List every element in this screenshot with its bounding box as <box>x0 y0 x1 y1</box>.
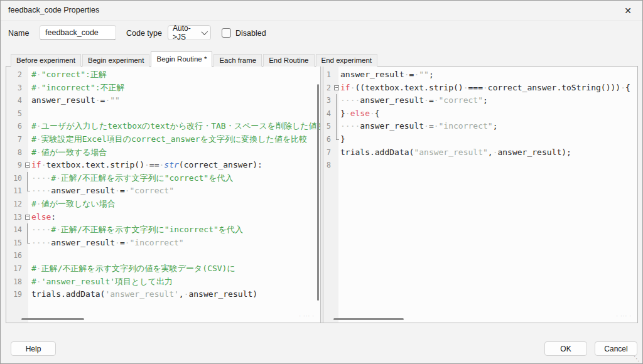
code-line[interactable]: 1answer_result·=·""; <box>323 68 637 82</box>
fold-gutter <box>24 133 31 146</box>
line-number: 14 <box>6 223 24 237</box>
code-line[interactable]: 5 <box>6 107 320 120</box>
code-line[interactable]: 6} <box>323 133 637 146</box>
code-line[interactable]: 9if·textbox.text.strip()·==·str(correct_… <box>6 159 320 172</box>
title-bar: feedback_code Properties ✕ <box>1 1 642 21</box>
dialog-window: feedback_code Properties ✕ Name Code typ… <box>0 0 643 364</box>
line-number: 16 <box>6 249 24 262</box>
code-text: }·else·{ <box>340 107 380 120</box>
code-text: #·正解/不正解を示す文字列の値を実験データ(CSV)に <box>31 262 235 276</box>
code-line[interactable]: 5····answer_result·=·"incorrect"; <box>323 120 637 133</box>
code-line[interactable]: 7#·実験設定用Excel項目のcorrect_answerを文字列に変換した値… <box>6 133 320 146</box>
fold-collapse-icon[interactable] <box>24 211 31 224</box>
ok-button[interactable]: OK <box>544 341 587 356</box>
fold-gutter <box>24 249 31 262</box>
code-line[interactable]: 4answer_result·=·"" <box>6 94 320 107</box>
code-text: #·'answer_result'項目として出力 <box>31 276 173 289</box>
fold-gutter <box>333 133 340 146</box>
line-number: 11 <box>6 185 24 198</box>
code-line[interactable]: 6#·ユーザが入力したtextboxのtextから改行・TAB・スペースを削除し… <box>6 120 320 133</box>
fold-gutter <box>24 237 31 250</box>
scrollbar-dots-icon <box>616 313 632 319</box>
code-text: else: <box>31 211 56 224</box>
tab-end-routine[interactable]: End Routine <box>263 54 314 67</box>
code-line[interactable]: 16 <box>6 249 320 262</box>
tab-bar: Before experimentBegin experimentBegin R… <box>11 52 379 67</box>
left-editor[interactable]: 2#·"correct":正解3#·"incorrect":不正解4answer… <box>6 67 320 323</box>
line-number: 7 <box>323 146 333 159</box>
code-line[interactable]: 19trials.addData('answer_result',·answer… <box>6 288 320 301</box>
line-number: 2 <box>323 82 333 95</box>
fold-gutter <box>333 68 340 82</box>
code-line[interactable]: 13else: <box>6 211 320 224</box>
code-line[interactable]: 3#·"incorrect":不正解 <box>6 82 320 95</box>
cancel-button[interactable]: Cancel <box>595 341 637 356</box>
line-number: 19 <box>6 288 24 301</box>
code-line[interactable]: 10····#·正解/不正解を示す文字列に"correct"を代入 <box>6 172 320 185</box>
line-number: 8 <box>6 146 24 159</box>
code-text: #·値が一致する場合 <box>31 146 107 159</box>
line-number: 18 <box>6 276 24 289</box>
help-button[interactable]: Help <box>11 341 56 356</box>
tab-each-frame[interactable]: Each frame <box>213 54 262 67</box>
code-text: #·実験設定用Excel項目のcorrect_answerを文字列に変換した値を… <box>31 133 307 146</box>
code-line[interactable]: 4}·else·{ <box>323 107 637 120</box>
line-number: 17 <box>6 262 24 276</box>
tab-begin-experiment[interactable]: Begin experiment <box>82 54 150 67</box>
fold-gutter <box>24 107 31 120</box>
fold-gutter <box>24 288 31 301</box>
code-line[interactable]: 11····answer_result·=·"correct" <box>6 185 320 198</box>
code-line[interactable]: 18#·'answer_result'項目として出力 <box>6 276 320 289</box>
code-text: #·"incorrect":不正解 <box>31 82 125 95</box>
fold-gutter <box>24 82 31 95</box>
line-number: 3 <box>323 94 333 107</box>
fold-collapse-icon[interactable] <box>333 82 340 95</box>
code-text: ····#·正解/不正解を示す文字列に"correct"を代入 <box>31 172 233 185</box>
tab-before-experiment[interactable]: Before experiment <box>11 54 81 67</box>
vertical-scrollbar[interactable] <box>317 84 319 301</box>
line-number: 6 <box>6 120 24 133</box>
dialog-title: feedback_code Properties <box>8 6 99 14</box>
close-icon[interactable]: ✕ <box>621 4 635 17</box>
code-text: #·ユーザが入力したtextboxのtextから改行・TAB・スペースを削除した… <box>31 120 320 133</box>
code-line[interactable]: 15····answer_result·=·"incorrect" <box>6 237 320 250</box>
code-line[interactable]: 14····#·正解/不正解を示す文字列に"incorrect"を代入 <box>6 223 320 237</box>
code-text: ····answer_result·=·"correct"; <box>340 94 488 107</box>
code-text: trials.addData("answer_result",·answer_r… <box>340 146 571 159</box>
code-line[interactable]: 12#·値が一致しない場合 <box>6 198 320 211</box>
code-line[interactable]: 7trials.addData("answer_result",·answer_… <box>323 146 637 159</box>
fold-gutter <box>24 185 31 198</box>
fold-collapse-icon[interactable] <box>24 159 31 172</box>
horizontal-scrollbar[interactable] <box>21 318 84 320</box>
fold-gutter <box>333 146 340 159</box>
resize-grip-icon[interactable] <box>634 355 640 362</box>
line-number: 6 <box>323 133 333 146</box>
code-line[interactable]: 8#·値が一致する場合 <box>6 146 320 159</box>
code-line[interactable]: 17#·正解/不正解を示す文字列の値を実験データ(CSV)に <box>6 262 320 276</box>
code-line[interactable]: 3····answer_result·=·"correct"; <box>323 94 637 107</box>
fold-gutter <box>24 120 31 133</box>
disabled-label: Disabled <box>235 29 266 38</box>
line-number: 3 <box>6 82 24 95</box>
code-text: trials.addData('answer_result',·answer_r… <box>31 288 257 301</box>
line-number: 4 <box>323 107 333 120</box>
disabled-checkbox[interactable] <box>222 28 231 38</box>
line-number: 8 <box>323 159 333 172</box>
fold-gutter <box>24 276 31 289</box>
code-type-select[interactable]: Auto->JS <box>168 25 211 40</box>
right-editor[interactable]: 1answer_result·=·"";2if·((textbox.text.s… <box>323 67 637 323</box>
fold-gutter <box>333 107 340 120</box>
horizontal-scrollbar[interactable] <box>333 318 404 320</box>
tab-begin-routine[interactable]: Begin Routine * <box>151 51 212 67</box>
fold-gutter <box>24 68 31 82</box>
code-line[interactable]: 2if·((textbox.text.strip()·===·correct_a… <box>323 82 637 95</box>
code-line[interactable]: 8 <box>323 159 637 172</box>
code-text: if·textbox.text.strip()·==·str(correct_a… <box>31 159 262 172</box>
name-input[interactable] <box>40 25 116 40</box>
line-number: 2 <box>6 68 24 82</box>
name-label: Name <box>8 29 29 38</box>
tab-end-experiment[interactable]: End experiment <box>316 54 378 67</box>
code-type-value: Auto->JS <box>173 24 198 41</box>
code-text: ····answer_result·=·"correct" <box>31 185 174 198</box>
code-line[interactable]: 2#·"correct":正解 <box>6 68 320 82</box>
